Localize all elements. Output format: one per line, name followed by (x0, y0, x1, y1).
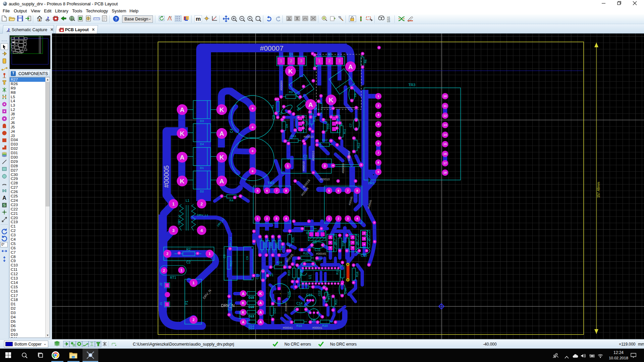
svg-text:Q2: Q2 (328, 52, 332, 56)
svg-text:1: 1 (280, 59, 282, 63)
svg-text:8: 8 (285, 189, 287, 192)
svg-text:#00005: #00005 (163, 165, 170, 188)
svg-text:C13: C13 (306, 293, 313, 297)
svg-text:1: 1 (180, 268, 182, 272)
svg-text:3: 3 (300, 59, 303, 63)
svg-text:?: ? (115, 16, 117, 21)
svg-text:C4: C4 (230, 128, 233, 133)
svg-text:13: 13 (443, 123, 447, 127)
svg-text:R22: R22 (303, 252, 309, 255)
svg-text:1: 1 (193, 281, 195, 285)
svg-text:6: 6 (266, 189, 268, 192)
svg-text:Q1: Q1 (289, 52, 293, 56)
svg-text:D4: D4 (200, 142, 204, 146)
svg-text:A: A (180, 154, 184, 161)
svg-text:m: m (196, 16, 201, 22)
svg-text:F1: F1 (185, 301, 189, 305)
svg-text:DRV_L1: DRV_L1 (197, 214, 208, 217)
svg-text:#00041: #00041 (312, 326, 322, 329)
svg-text:D16: D16 (249, 305, 254, 308)
svg-text:A: A (180, 106, 184, 113)
svg-text:#00046: #00046 (284, 302, 287, 311)
svg-text:D10: D10 (327, 124, 330, 129)
svg-text:C14: C14 (297, 302, 303, 305)
svg-text:#00010: #00010 (312, 151, 315, 161)
svg-text:A: A (259, 320, 262, 324)
svg-text:R6: R6 (364, 59, 367, 63)
svg-text:Q3: Q3 (306, 121, 309, 125)
svg-text:A: A (2, 195, 6, 201)
svg-text:4: 4 (377, 123, 379, 126)
svg-text:K: K (180, 130, 184, 137)
svg-text:A: A (308, 101, 313, 108)
svg-text:K: K (329, 97, 333, 104)
svg-text:C2: C2 (186, 260, 191, 264)
svg-text:1: 1 (166, 284, 168, 287)
svg-text:A: A (242, 292, 245, 296)
svg-text:Q8: Q8 (356, 241, 359, 245)
svg-text:3: 3 (338, 59, 341, 63)
svg-text:2: 2 (200, 201, 203, 206)
svg-text:15: 15 (443, 142, 447, 146)
svg-text:7: 7 (347, 189, 348, 192)
svg-text:4: 4 (285, 217, 287, 220)
svg-text:D1: D1 (200, 166, 204, 170)
svg-text:#00018: #00018 (302, 161, 305, 171)
svg-text:#00045: #00045 (316, 252, 326, 255)
svg-text:C8: C8 (223, 254, 226, 258)
svg-text:3: 3 (347, 217, 348, 220)
svg-text:157.48mm: 157.48mm (597, 182, 600, 198)
svg-text:DRV_L1: DRV_L1 (177, 214, 180, 225)
svg-text:D12: D12 (322, 138, 328, 142)
svg-text:1: 1 (172, 201, 174, 206)
svg-text:D9: D9 (285, 124, 288, 128)
svg-text:R9: R9 (289, 90, 293, 94)
svg-text:1: 1 (377, 95, 379, 98)
svg-text:L1: L1 (185, 199, 190, 202)
svg-text:D15: D15 (249, 296, 254, 299)
svg-text:R25: R25 (291, 237, 295, 243)
svg-text:R16: R16 (356, 272, 359, 277)
svg-text:A: A (242, 320, 245, 324)
svg-text:A: A (348, 63, 353, 70)
svg-text:C15: C15 (287, 291, 291, 297)
svg-text:5: 5 (328, 189, 330, 192)
svg-text:R12: R12 (357, 143, 361, 148)
svg-text:C3: C3 (272, 115, 276, 119)
svg-text:4: 4 (200, 228, 203, 233)
svg-text:1: 1 (166, 303, 168, 306)
svg-text:C11: C11 (315, 248, 321, 252)
svg-text:17: 17 (443, 162, 447, 165)
svg-text:A: A (259, 310, 262, 314)
svg-text:6: 6 (337, 189, 339, 192)
svg-text:A: A (219, 178, 224, 185)
svg-text:z: z (215, 15, 217, 18)
svg-text:R2: R2 (186, 248, 191, 251)
svg-text:Q7: Q7 (367, 237, 371, 241)
svg-text:+: + (251, 169, 254, 174)
svg-text:1: 1 (209, 252, 211, 256)
svg-text:D26: D26 (275, 242, 278, 248)
svg-text:16: 16 (443, 152, 447, 156)
svg-text:5: 5 (377, 132, 379, 136)
svg-text:R13: R13 (229, 261, 233, 266)
svg-text:K: K (242, 301, 245, 305)
svg-text:9: 9 (377, 170, 379, 174)
svg-text:f: f (171, 16, 172, 18)
svg-text:2: 2 (163, 269, 165, 273)
svg-text:U1: U1 (308, 275, 312, 279)
svg-text:8: 8 (356, 189, 358, 192)
svg-text:K: K (259, 292, 262, 296)
svg-text:R24: R24 (277, 261, 282, 264)
svg-text:R11: R11 (343, 129, 346, 134)
svg-text:R17: R17 (328, 294, 331, 300)
svg-text:2: 2 (166, 252, 168, 256)
svg-text:7: 7 (276, 189, 277, 192)
svg-text:1: 1 (287, 164, 289, 168)
svg-text:18: 18 (443, 171, 447, 174)
svg-text:TR2: TR2 (268, 181, 275, 185)
svg-text:#00007: #00007 (260, 44, 283, 52)
svg-text:1: 1 (257, 217, 258, 220)
svg-text:J1: J1 (159, 302, 163, 305)
svg-text:A: A (219, 130, 224, 137)
